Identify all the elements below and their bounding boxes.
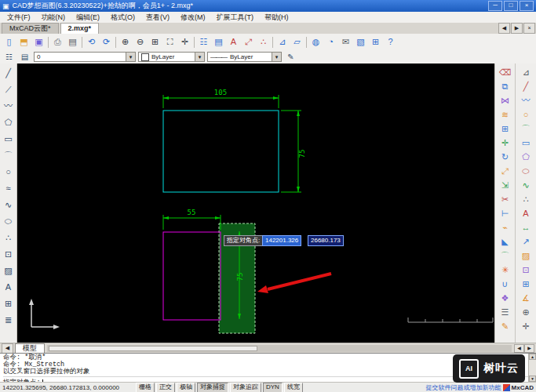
menu-item-5[interactable]: 查看(V)	[140, 13, 175, 23]
polyline-tool-icon[interactable]: 〰	[2, 98, 16, 114]
offset-icon[interactable]: ≋	[498, 107, 513, 122]
chevron-down-icon[interactable]: ▾	[195, 53, 204, 61]
polygon2-icon[interactable]: ⬠	[518, 150, 534, 164]
zoom-out-icon[interactable]: ⊖	[133, 35, 148, 49]
measure-icon[interactable]: ⊿	[275, 35, 290, 49]
text-tool-icon[interactable]: A	[2, 279, 16, 296]
scroll-down-icon[interactable]: ▼	[529, 376, 536, 382]
circle-tool-icon[interactable]: ○	[2, 164, 16, 180]
help-icon[interactable]: ?	[383, 35, 398, 49]
stretch-icon[interactable]: ⇲	[498, 178, 513, 192]
chevron-down-icon[interactable]: ▾	[272, 53, 281, 61]
magenta-rectangle[interactable]	[163, 232, 221, 320]
match-properties-icon[interactable]: ✎	[498, 319, 513, 333]
area-icon[interactable]: ▱	[290, 35, 304, 49]
pan2-icon[interactable]: ✛	[518, 319, 534, 333]
menu-item-7[interactable]: 扩展工具(T)	[211, 13, 260, 23]
menu-item-1[interactable]: 文件(F)	[2, 13, 36, 23]
minimize-button[interactable]: ─	[488, 1, 502, 11]
status-toggle-6[interactable]: DYN	[263, 383, 283, 392]
tab-close-icon[interactable]: ×	[523, 23, 535, 34]
angle-icon[interactable]: ∡	[518, 291, 534, 305]
text-style-icon[interactable]: A	[226, 35, 241, 49]
print-preview-icon[interactable]: ▤	[65, 35, 80, 49]
block2-icon[interactable]: ⊡	[518, 263, 534, 277]
fillet-icon[interactable]: ⌒	[498, 249, 513, 263]
trim-icon[interactable]: ✂	[498, 192, 513, 206]
spline-tool-icon[interactable]: ∿	[2, 197, 16, 213]
table-tool-icon[interactable]: ⊞	[2, 296, 16, 312]
new-file-icon[interactable]: ▯	[2, 35, 16, 49]
layout-nav-left-icon[interactable]: ◀	[2, 343, 13, 354]
rectangle-tool-icon[interactable]: ▭	[2, 131, 16, 147]
polygon-tool-icon[interactable]: ⬠	[2, 114, 16, 131]
ray-tool-icon[interactable]: ⟋	[2, 82, 16, 98]
chevron-down-icon[interactable]: ▾	[126, 53, 135, 61]
menu-item-3[interactable]: 编辑(E)	[71, 13, 105, 23]
pan-icon[interactable]: ✛	[177, 35, 192, 49]
tab-model[interactable]: 模型	[15, 343, 45, 354]
extend-icon[interactable]: ⊢	[498, 206, 513, 220]
open-file-icon[interactable]: ⬒	[16, 35, 31, 49]
zoom2-icon[interactable]: ⊕	[518, 305, 534, 319]
align-tool-icon[interactable]: ≣	[2, 312, 16, 328]
hatch2-icon[interactable]: ▨	[518, 249, 534, 263]
menu-item-2[interactable]: 功能(N)	[36, 13, 71, 23]
zoom-in-icon[interactable]: ⊕	[118, 35, 133, 49]
cyan-rectangle[interactable]	[163, 111, 279, 192]
block-tool-icon[interactable]: ⊡	[2, 246, 16, 263]
leader-icon[interactable]: ↗	[518, 234, 534, 249]
arc-tool-icon[interactable]: ⌒	[2, 147, 16, 164]
dynamic-input-y-field[interactable]: 26680.173	[308, 235, 344, 246]
layers-icon[interactable]: ☷	[196, 35, 211, 49]
status-toggle-4[interactable]: 对象捕捉	[197, 383, 228, 392]
point2-icon[interactable]: ∴	[518, 192, 534, 206]
menu-item-6[interactable]: 修改(M)	[175, 13, 211, 23]
layer-state-icon[interactable]: ▤	[18, 52, 31, 63]
layer-manager-icon[interactable]: ☷	[2, 52, 16, 63]
dim-style-icon[interactable]: ⤢	[241, 35, 256, 49]
command-scrollbar[interactable]: ▲ ▼	[528, 354, 536, 382]
tab-scroll-right-icon[interactable]: ▶	[511, 23, 523, 34]
explode-icon[interactable]: ✳	[498, 263, 513, 277]
join-icon[interactable]: ∪	[498, 277, 513, 291]
group-icon[interactable]: ❖	[498, 291, 513, 305]
mail-icon[interactable]: ✉	[338, 35, 353, 49]
hscroll-right-icon[interactable]: ▶	[524, 344, 534, 353]
properties-icon[interactable]: ☰	[498, 305, 513, 319]
rect2-icon[interactable]: ▭	[518, 136, 534, 150]
ellipse-tool-icon[interactable]: ⬭	[2, 213, 16, 230]
hscroll-left-icon[interactable]: ◀	[514, 344, 524, 353]
scroll-up-icon[interactable]: ▲	[529, 354, 536, 360]
layer-state-icon[interactable]: ▤	[211, 35, 226, 49]
scale-icon[interactable]: ⤢	[498, 164, 513, 178]
print-icon[interactable]: ⎙	[50, 35, 65, 49]
zoom-extents-icon[interactable]: ⛶	[162, 35, 177, 49]
web-icon[interactable]: ◍	[308, 35, 323, 49]
hatch-tool-icon[interactable]: ▨	[2, 263, 16, 279]
maximize-button[interactable]: □	[504, 1, 518, 11]
layer-select[interactable]: 0 ▾	[34, 52, 136, 62]
insert-icon[interactable]: ⊞	[518, 277, 534, 291]
chamfer-icon[interactable]: ◣	[498, 234, 513, 249]
image-icon[interactable]: ▧	[353, 35, 368, 49]
horizontal-scrollbar[interactable]	[47, 345, 512, 352]
line2-icon[interactable]: ╱	[518, 79, 534, 93]
status-toggle-7[interactable]: 线宽	[284, 383, 303, 392]
polyline2-icon[interactable]: 〰	[518, 93, 534, 107]
text2-icon[interactable]: A	[518, 206, 534, 220]
rotate-icon[interactable]: ↻	[498, 150, 513, 164]
select-icon[interactable]: ⊿	[518, 65, 534, 79]
redo-icon[interactable]: ⟳	[99, 35, 114, 49]
move-icon[interactable]: ✛	[498, 136, 513, 150]
tab-scroll-left-icon[interactable]: ◀	[498, 23, 510, 34]
horizontal-scrollbar-thumb[interactable]	[49, 346, 257, 351]
menu-item-8[interactable]: 帮助(H)	[259, 13, 294, 23]
dynamic-input-x-field[interactable]: 142201.326	[262, 235, 301, 246]
spline2-icon[interactable]: ∿	[518, 178, 534, 192]
menu-item-4[interactable]: 格式(O)	[105, 13, 140, 23]
save-icon[interactable]: ▣	[31, 35, 46, 49]
pencil-icon[interactable]: ✎	[284, 52, 297, 63]
close-button[interactable]: ×	[520, 1, 534, 11]
status-toggle-1[interactable]: 栅格	[136, 383, 155, 392]
